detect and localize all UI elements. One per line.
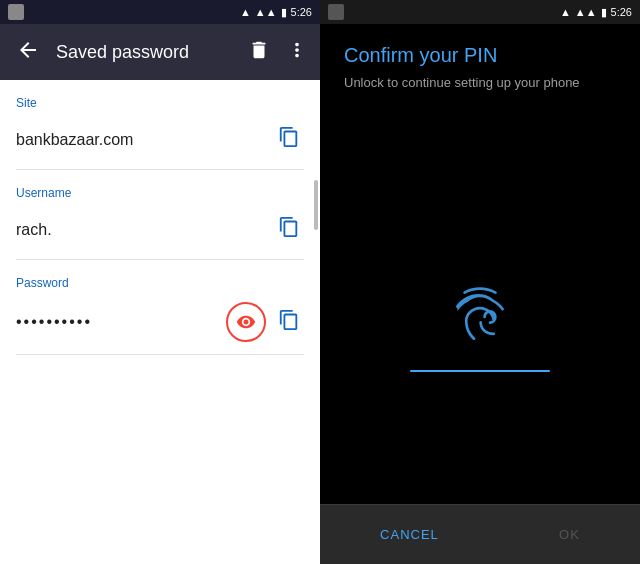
copy-icon-user xyxy=(278,216,300,238)
show-password-button[interactable] xyxy=(226,302,266,342)
page-title: Saved password xyxy=(56,42,236,63)
fingerprint-icon xyxy=(448,282,512,346)
fingerprint-area xyxy=(344,150,616,504)
pin-content: Confirm your PIN Unlock to continue sett… xyxy=(320,24,640,504)
status-info-left: ▲ ▲▲ ▮ 5:26 xyxy=(240,6,312,19)
site-copy-button[interactable] xyxy=(274,122,304,157)
toolbar: Saved password xyxy=(0,24,320,80)
delete-button[interactable] xyxy=(244,35,274,70)
password-row: •••••••••• xyxy=(16,294,304,355)
battery-icon-r: ▮ xyxy=(601,6,607,19)
username-row: rach. xyxy=(16,204,304,260)
time-right: 5:26 xyxy=(611,6,632,18)
right-panel: ▲ ▲▲ ▮ 5:26 Confirm your PIN Unlock to c… xyxy=(320,0,640,564)
app-icon-right xyxy=(328,4,344,20)
site-label: Site xyxy=(16,96,304,110)
status-bar-left: ▲ ▲▲ ▮ 5:26 xyxy=(0,0,320,24)
toolbar-actions xyxy=(244,35,312,70)
password-actions xyxy=(226,302,304,342)
pin-subtitle: Unlock to continue setting up your phone xyxy=(344,75,616,90)
site-section: Site bankbazaar.com xyxy=(0,80,320,170)
password-copy-button[interactable] xyxy=(274,305,304,340)
username-copy-button[interactable] xyxy=(274,212,304,247)
cancel-button[interactable]: CANCEL xyxy=(356,515,463,554)
left-panel: ▲ ▲▲ ▮ 5:26 Saved password xyxy=(0,0,320,564)
eye-icon xyxy=(236,312,256,332)
copy-icon-pass xyxy=(278,309,300,331)
status-info-right: ▲ ▲▲ ▮ 5:26 xyxy=(560,6,632,19)
username-value: rach. xyxy=(16,221,274,239)
username-actions xyxy=(274,212,304,247)
password-section: Password •••••••••• xyxy=(0,260,320,355)
back-arrow-icon xyxy=(16,38,40,62)
trash-icon xyxy=(248,39,270,61)
battery-icon: ▮ xyxy=(281,6,287,19)
time-left: 5:26 xyxy=(291,6,312,18)
pin-input-line xyxy=(410,370,550,372)
signal-icon-r: ▲▲ xyxy=(575,6,597,18)
password-value: •••••••••• xyxy=(16,313,226,331)
wifi-icon-r: ▲ xyxy=(560,6,571,18)
status-bar-right: ▲ ▲▲ ▮ 5:26 xyxy=(320,0,640,24)
site-actions xyxy=(274,122,304,157)
copy-icon xyxy=(278,126,300,148)
app-icon-left xyxy=(8,4,24,20)
username-label: Username xyxy=(16,186,304,200)
username-section: Username rach. xyxy=(0,170,320,260)
password-label: Password xyxy=(16,276,304,290)
scrollbar xyxy=(314,180,318,230)
pin-title: Confirm your PIN xyxy=(344,44,616,67)
signal-icon: ▲▲ xyxy=(255,6,277,18)
more-vert-icon xyxy=(286,39,308,61)
back-button[interactable] xyxy=(8,30,48,75)
site-value: bankbazaar.com xyxy=(16,131,274,149)
more-options-button[interactable] xyxy=(282,35,312,70)
site-row: bankbazaar.com xyxy=(16,114,304,170)
ok-button[interactable]: OK xyxy=(535,515,604,554)
wifi-icon: ▲ xyxy=(240,6,251,18)
pin-footer: CANCEL OK xyxy=(320,504,640,564)
content-area: Site bankbazaar.com Username rach. xyxy=(0,80,320,564)
